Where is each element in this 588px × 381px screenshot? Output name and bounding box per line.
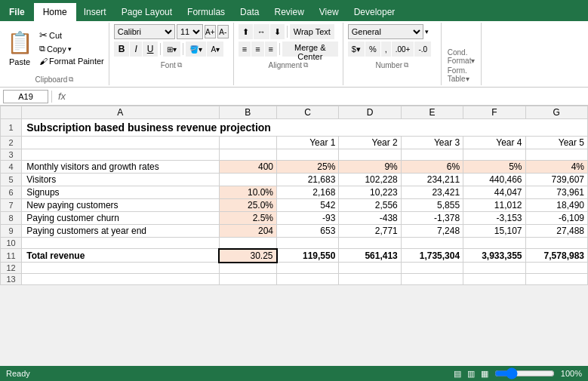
font-color-button[interactable]: A▾ <box>207 41 223 57</box>
percent-button[interactable]: % <box>365 41 380 57</box>
formula-input[interactable] <box>72 91 585 102</box>
cell-a11[interactable]: Total revenue <box>22 249 219 263</box>
align-bottom-button[interactable]: ⬇ <box>270 24 285 39</box>
zoom-slider[interactable] <box>494 369 555 378</box>
cell-d10[interactable] <box>339 238 401 249</box>
cell-g8[interactable]: -6,109 <box>525 212 587 225</box>
cell-f5[interactable]: 440,466 <box>463 174 525 186</box>
align-top-button[interactable]: ⬆ <box>239 24 253 39</box>
cell-c3[interactable] <box>277 149 339 161</box>
cell-c8[interactable]: -93 <box>277 212 339 225</box>
cell-g13[interactable] <box>525 274 587 285</box>
cell-f9[interactable]: 15,107 <box>463 225 525 238</box>
cell-f4[interactable]: 5% <box>463 161 525 174</box>
cell-b6[interactable]: 10.0% <box>219 186 277 199</box>
cell-b7[interactable]: 25.0% <box>219 199 277 212</box>
cell-c4[interactable]: 25% <box>277 161 339 174</box>
col-header-g[interactable]: G <box>525 106 587 119</box>
cell-f7[interactable]: 11,012 <box>463 199 525 212</box>
view-normal-button[interactable]: ▤ <box>454 369 461 379</box>
view-layout-button[interactable]: ▥ <box>467 369 475 379</box>
row-header[interactable]: 2 <box>1 137 22 149</box>
cell-g4[interactable]: 4% <box>525 161 587 174</box>
cell-c5[interactable]: 21,683 <box>277 174 339 186</box>
tab-file[interactable]: File <box>0 3 34 21</box>
col-header-b[interactable]: B <box>219 106 277 119</box>
cell-a12[interactable] <box>22 263 219 274</box>
cell-b10[interactable] <box>219 238 277 249</box>
fill-color-button[interactable]: 🪣▾ <box>186 41 206 57</box>
tab-insert[interactable]: Insert <box>76 3 114 21</box>
cell-g5[interactable]: 739,607 <box>525 174 587 186</box>
font-size-select[interactable]: 11 <box>177 24 203 39</box>
cell-e6[interactable]: 23,421 <box>401 186 463 199</box>
cell-f2[interactable]: Year 4 <box>463 137 525 149</box>
border-button[interactable]: ⊞▾ <box>163 41 180 57</box>
cell-f8[interactable]: -3,153 <box>463 212 525 225</box>
cell-a8[interactable]: Paying customer churn <box>22 212 219 225</box>
cell-d3[interactable] <box>339 149 401 161</box>
cell-a10[interactable] <box>22 238 219 249</box>
cell-c6[interactable]: 2,168 <box>277 186 339 199</box>
cell-d11[interactable]: 561,413 <box>339 249 401 263</box>
cell-g10[interactable] <box>525 238 587 249</box>
format-as-table-button[interactable]: Form.Table▾ <box>446 66 477 84</box>
align-center-button[interactable]: ≡ <box>251 41 263 57</box>
cell-c13[interactable] <box>277 274 339 285</box>
merge-center-button[interactable]: Merge & Center <box>282 41 338 57</box>
cell-b4[interactable]: 400 <box>219 161 277 174</box>
font-name-select[interactable]: Calibri <box>114 24 175 39</box>
cell-g12[interactable] <box>525 263 587 274</box>
cell-d7[interactable]: 2,556 <box>339 199 401 212</box>
copy-button[interactable]: ⧉Copy▾ <box>38 43 106 54</box>
cell-e10[interactable] <box>401 238 463 249</box>
cell-c11[interactable]: 119,550 <box>277 249 339 263</box>
cell-a9[interactable]: Paying customers at year end <box>22 225 219 238</box>
tab-data[interactable]: Data <box>232 3 266 21</box>
col-header-a[interactable]: A <box>22 106 219 119</box>
row-header[interactable]: 4 <box>1 161 22 174</box>
cell-e7[interactable]: 5,855 <box>401 199 463 212</box>
cell-f13[interactable] <box>463 274 525 285</box>
underline-button[interactable]: U <box>143 41 159 57</box>
row-header[interactable]: 9 <box>1 225 22 238</box>
cell-b8[interactable]: 2.5% <box>219 212 277 225</box>
cell-a5[interactable]: Visitors <box>22 174 219 186</box>
cell-e12[interactable] <box>401 263 463 274</box>
cell-e11[interactable]: 1,735,304 <box>401 249 463 263</box>
cell-a7[interactable]: New paying customers <box>22 199 219 212</box>
cell-f11[interactable]: 3,933,355 <box>463 249 525 263</box>
cell-a4[interactable]: Monthly visitors and growth rates <box>22 161 219 174</box>
align-right-button[interactable]: ≡ <box>265 41 277 57</box>
wrap-text-button[interactable]: Wrap Text <box>290 24 334 39</box>
tab-developer[interactable]: Developer <box>346 3 403 21</box>
row-header[interactable]: 10 <box>1 238 22 249</box>
cell-d4[interactable]: 9% <box>339 161 401 174</box>
tab-page-layout[interactable]: Page Layout <box>114 3 180 21</box>
comma-button[interactable]: , <box>381 41 391 57</box>
cell-g9[interactable]: 27,488 <box>525 225 587 238</box>
view-break-button[interactable]: ▦ <box>481 369 488 379</box>
cell-b13[interactable] <box>219 274 277 285</box>
cell-g7[interactable]: 18,490 <box>525 199 587 212</box>
cell-d12[interactable] <box>339 263 401 274</box>
cell-b5[interactable] <box>219 174 277 186</box>
clipboard-expand-icon[interactable]: ⧉ <box>69 75 73 84</box>
tab-view[interactable]: View <box>312 3 346 21</box>
cell-g11[interactable]: 7,578,983 <box>525 249 587 263</box>
cell-b11[interactable]: 30.25 <box>219 249 277 263</box>
font-expand-icon[interactable]: ⧉ <box>177 61 182 69</box>
col-header-c[interactable]: C <box>277 106 339 119</box>
format-painter-button[interactable]: 🖌Format Painter <box>38 56 106 66</box>
paste-button[interactable]: 📋 Paste <box>3 26 36 68</box>
number-expand-icon[interactable]: ⧉ <box>404 61 408 69</box>
cell-e3[interactable] <box>401 149 463 161</box>
cell-d8[interactable]: -438 <box>339 212 401 225</box>
cell-a1[interactable]: Subscription based business revenue proj… <box>22 119 588 137</box>
cell-f3[interactable] <box>463 149 525 161</box>
italic-button[interactable]: I <box>130 41 141 57</box>
cell-a3[interactable] <box>22 149 219 161</box>
row-header[interactable]: 5 <box>1 174 22 186</box>
col-header-f[interactable]: F <box>463 106 525 119</box>
cell-d13[interactable] <box>339 274 401 285</box>
